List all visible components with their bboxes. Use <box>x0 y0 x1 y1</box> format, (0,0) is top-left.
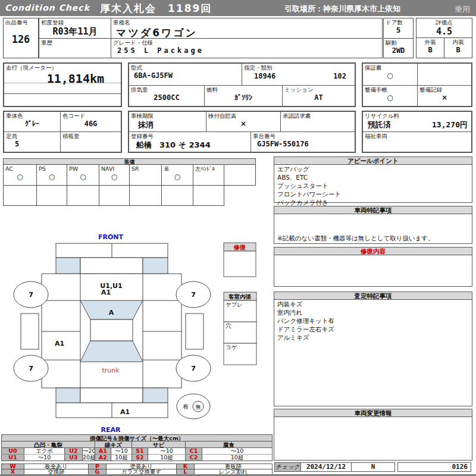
mileage-divider-dotted <box>4 83 121 83</box>
displacement-value: 2500CC <box>129 93 204 102</box>
legend-code: U3 <box>64 454 83 461</box>
mileage-divider-solid <box>4 93 121 94</box>
equipment-row2-cell <box>129 185 162 206</box>
inspection-label: 車検期限 <box>129 112 206 120</box>
header-bar: Condition Check 厚木入札会 1189回 引取場所：神奈川県厚木市… <box>0 0 476 16</box>
model-code-label: 型式 <box>129 64 242 71</box>
color-code-label: 色コード <box>61 112 121 120</box>
trunk-label: trunk <box>102 367 120 374</box>
cabin-row-burn-label: コゲ <box>226 344 237 350</box>
check-date-value: 2024/12/12 <box>306 463 346 471</box>
repair-mini-body <box>224 251 256 277</box>
fuel-label: 燃料 <box>205 86 282 93</box>
rear-corner-right <box>143 388 168 403</box>
cowl-damage-mark2: A1 <box>101 289 111 296</box>
grade-value: 25S L Package <box>111 46 382 55</box>
equipment-row2-cell <box>193 185 224 206</box>
score-cell: 評価点 4.5 <box>416 18 472 38</box>
interior-grade-cell: 内装 B <box>444 37 472 58</box>
payload-cell: 積載量 <box>61 132 121 152</box>
doors-cell: ドア数 5 <box>383 18 414 39</box>
recycle-fee-label: リサイクル料 <box>363 112 471 120</box>
grade-cell: グレード・仕様 25S L Package <box>111 38 383 58</box>
grade-label: グレード・仕様 <box>111 39 382 46</box>
damage-diagram: FRONT REAR U1,U1 A1 A A1 trunk A <box>0 229 274 434</box>
equipment-label-ps: PS <box>37 165 67 173</box>
appeal-line: バックカメラ付き <box>274 198 472 206</box>
exterior-grade-value: B <box>416 46 444 54</box>
equipment-label-navi: NAVI <box>99 165 129 173</box>
presence-yes-label: 有 <box>183 403 189 410</box>
condition-check-sheet: Condition Check 厚木入札会 1189回 引取場所：神奈川県厚木市… <box>0 0 476 476</box>
equipment-row2-cell <box>161 185 193 206</box>
doors-label: ドア数 <box>384 18 413 26</box>
equipment-row2-cell <box>67 185 99 206</box>
equipment-label-ac: AC <box>4 165 36 173</box>
appeal-points-panel: アピールポイント エアバッグ ABS、ETC プッシュスタート フロントパワーシ… <box>274 156 472 203</box>
welfare-label: 福祉車両 <box>363 132 471 140</box>
legend-value: 〜10 <box>24 454 65 461</box>
equipment-row2-cell <box>3 185 37 206</box>
jibaiseki-value: × <box>206 120 280 128</box>
legend-value: 20超 <box>82 454 96 461</box>
equipment-row2-cell <box>99 185 130 206</box>
exterior-grade-label: 外装 <box>416 38 444 46</box>
maintenance-book-cell: 整備手帳 ○ <box>363 85 418 106</box>
repair-content-title: 修復内容 <box>274 248 472 255</box>
assessment-line: 内装キズ <box>274 300 472 308</box>
class-number-value1: 18946 <box>254 72 275 80</box>
vehicle-class-badge: 乗用 <box>455 4 470 15</box>
legend-code: S2 <box>131 454 148 461</box>
body-color-cell: 車体色 ｸﾞﾚｰ <box>4 112 61 132</box>
exhibit-number-label: 出品番号 <box>4 18 38 26</box>
transmission-cell: ミッション AT <box>283 85 355 106</box>
vehicle-notes-title: 車両特記事項 <box>274 206 472 214</box>
equipment-mark-navi: ○ <box>99 173 129 181</box>
maintenance-record-label: 整備記録 <box>418 86 471 93</box>
vehicle-notes-footnote: ※記載のない書類・機器等は無しとして取り扱います。 <box>274 234 437 242</box>
cabin-row-hole-label: 穴 <box>226 322 231 329</box>
assessment-line: アルミキズ <box>274 333 472 342</box>
vehicle-notes-panel: 車両特記事項 ※記載のない書類・機器等は無しとして取り扱います。 <box>274 206 472 244</box>
welfare-cell: 福祉車両 <box>363 132 471 152</box>
vehicle-history-cell: 車歴 <box>39 38 111 58</box>
body-color-value: ｸﾞﾚｰ <box>4 120 60 128</box>
cabin-row-tear-label: ヤブレ <box>226 301 243 308</box>
mileage-label: 走行（現メーター） <box>4 64 121 71</box>
interior-grade-value: B <box>444 46 472 54</box>
mileage-cell: 走行（現メーター） 11,814km <box>3 62 122 107</box>
transmission-label: ミッション <box>283 86 355 93</box>
appeal-points-title: アピールポイント <box>274 157 472 165</box>
cabin-box-title: 客室内張 <box>228 293 252 300</box>
jibaiseki-cell: 検付自賠責 × <box>206 112 281 132</box>
equipment-cell-extra <box>224 164 256 186</box>
equipment-mark-ps: ○ <box>37 173 67 181</box>
check-number-cell: 0126 <box>397 462 471 472</box>
approval-request-cell: 承認請求書 <box>281 112 355 132</box>
equipment-cell-lhd: 左ﾊﾝﾄﾞﾙ <box>193 164 224 186</box>
front-corner-right <box>143 258 168 274</box>
rear-corner-left <box>56 388 80 403</box>
tire-front-left-depth: 7 <box>29 291 33 299</box>
plate-number-cell: 登録番号 船橋 310 そ 2344 <box>129 132 251 152</box>
appeal-line: ABS、ETC <box>274 173 472 181</box>
capacity-label: 定員 <box>4 132 60 140</box>
inspection-cell: 車検期限 抹消 <box>129 112 206 132</box>
rear-glass <box>80 341 143 362</box>
appeal-line: プッシュスタート <box>274 181 472 190</box>
tire-rear-right-depth: 7 <box>191 365 196 372</box>
warranty-value: ○ <box>363 71 417 80</box>
equipment-mark-ac: ○ <box>4 173 36 181</box>
legend-code: A2 <box>95 454 111 461</box>
equipment-cell-navi: NAVI○ <box>99 164 130 186</box>
plate-number-label: 登録番号 <box>129 132 250 140</box>
drive-value: 2WD <box>384 46 413 55</box>
chassis-number-value: GJ5FW-550176 <box>251 140 355 148</box>
equipment-row2-cell <box>36 185 67 206</box>
front-label: FRONT <box>98 233 124 241</box>
first-registration-value: R03年11月 <box>39 26 111 37</box>
equipment-label-leather: 革 <box>162 165 193 173</box>
assessment-notes-panel: 査定特記事項 内装キズ 室内汚れ パンク修理キット有 ドアミラー左右キズ アルミ… <box>274 292 472 406</box>
maintenance-book-label: 整備手帳 <box>363 86 417 93</box>
model-code-cell: 型式 6BA-GJ5FW <box>129 64 242 85</box>
